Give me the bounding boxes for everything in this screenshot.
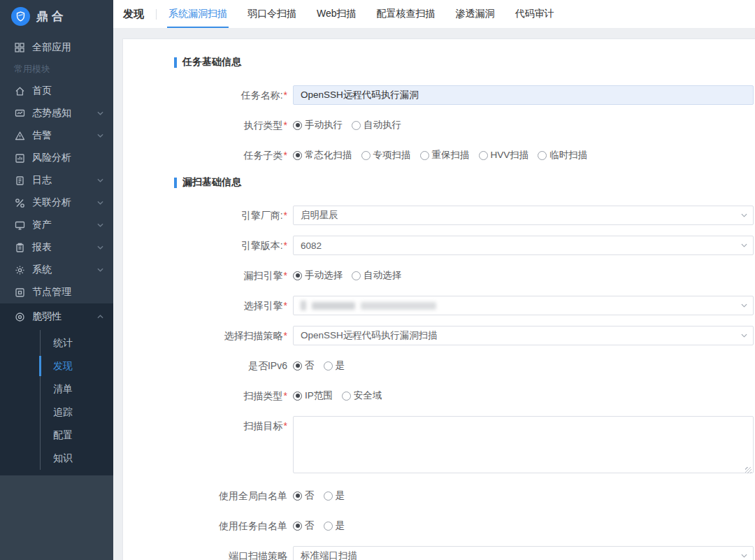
sidebar-item-situation-awareness[interactable]: 态势感知 (0, 102, 113, 124)
brand-logo[interactable]: 鼎合 (0, 0, 113, 32)
radio-task-whitelist-no[interactable]: 否 (293, 519, 315, 532)
select-engine-select[interactable] (293, 296, 754, 315)
field-label-scan-engine: 漏扫引擎* (123, 266, 287, 285)
sidebar-subitem-knowledge[interactable]: 知识 (41, 447, 113, 470)
select-value: 6082 (301, 240, 322, 251)
radio-hvv-scan[interactable]: HVV扫描 (479, 149, 529, 161)
shield-logo-icon (11, 7, 30, 26)
tab-weak-password-scan[interactable]: 弱口令扫描 (247, 0, 296, 28)
required-asterisk: * (284, 330, 287, 341)
radio-temporary-scan[interactable]: 临时扫描 (538, 149, 587, 161)
sidebar-item-label: 关联分析 (32, 196, 71, 209)
radio-task-whitelist-yes[interactable]: 是 (324, 519, 345, 532)
radio-label: 临时扫描 (549, 149, 587, 161)
radio-unchecked-icon (538, 151, 547, 160)
subitem-label: 配置 (53, 429, 73, 442)
radio-auto-exec[interactable]: 自动执行 (352, 119, 401, 131)
radio-label: 否 (305, 519, 315, 532)
radio-key-protection-scan[interactable]: 重保扫描 (420, 149, 470, 161)
sidebar-item-label: 脆弱性 (32, 310, 62, 323)
scan-type-radio-group: IP范围 安全域 (293, 386, 754, 405)
form-row-select-engine: 选择引擎* (123, 296, 755, 315)
chevron-down-icon (741, 213, 747, 217)
sidebar-item-all-apps[interactable]: 全部应用 (0, 36, 113, 59)
sidebar-footer (0, 475, 113, 560)
global-whitelist-radio-group: 否 是 (293, 486, 754, 505)
form-row-engine-vendor: 引擎厂商:* 启明星辰 (123, 206, 755, 225)
target-icon (14, 311, 25, 322)
task-name-input[interactable] (293, 85, 754, 105)
divider (156, 9, 157, 20)
form-row-scan-engine: 漏扫引擎* 手动选择 自动选择 (123, 266, 755, 285)
field-label-exec-type: 执行类型* (123, 115, 287, 135)
form-card: 任务基础信息 任务名称:* 执行类型* 手动执行 自动执行 任务 (122, 38, 755, 560)
sidebar-submenu: 统计 发现 清单 追踪 配置 知识 (40, 330, 113, 470)
sidebar-item-logs[interactable]: 日志 (0, 169, 113, 192)
sidebar-subitem-inventory[interactable]: 清单 (41, 378, 113, 401)
radio-manual-select[interactable]: 手动选择 (293, 269, 343, 282)
radio-unchecked-icon (420, 151, 429, 160)
radio-global-whitelist-no[interactable]: 否 (293, 489, 315, 502)
radio-auto-select[interactable]: 自动选择 (352, 269, 401, 282)
sidebar-item-assets[interactable]: 资产 (0, 214, 113, 236)
sidebar-subitem-statistics[interactable]: 统计 (41, 331, 113, 354)
required-asterisk: * (284, 120, 287, 131)
sidebar-item-alerts[interactable]: 告警 (0, 124, 113, 147)
tab-config-check-scan[interactable]: 配置核查扫描 (377, 0, 436, 28)
radio-unchecked-icon (361, 151, 371, 160)
field-label-task-subclass: 任务子类* (123, 145, 287, 165)
tab-code-audit[interactable]: 代码审计 (515, 0, 554, 28)
tab-system-vuln-scan[interactable]: 系统漏洞扫描 (168, 0, 227, 28)
field-label-engine-version: 引擎版本:* (123, 236, 287, 255)
section-title-text: 漏扫基础信息 (182, 176, 241, 189)
port-policy-select[interactable]: 标准端口扫描 (293, 546, 754, 560)
radio-unchecked-icon (352, 121, 361, 130)
radio-label: 自动执行 (364, 119, 401, 131)
scan-target-textarea[interactable] (293, 416, 754, 473)
engine-vendor-select[interactable]: 启明星辰 (293, 206, 754, 225)
sidebar-item-home[interactable]: 首页 (0, 80, 113, 102)
section-task-basic-info: 任务基础信息 (174, 56, 755, 69)
engine-version-select[interactable]: 6082 (293, 236, 754, 255)
sidebar-subitem-discovery[interactable]: 发现 (41, 354, 113, 378)
sidebar-item-label: 日志 (32, 174, 52, 187)
radio-global-whitelist-yes[interactable]: 是 (324, 489, 345, 502)
tab-penetration-vuln[interactable]: 渗透漏洞 (456, 0, 495, 28)
sidebar-item-node-management[interactable]: 节点管理 (0, 281, 113, 303)
content-area: 任务基础信息 任务名称:* 执行类型* 手动执行 自动执行 任务 (113, 28, 755, 560)
sidebar-subitem-tracking[interactable]: 追踪 (41, 401, 113, 424)
select-value: OpenSSH远程代码执行漏洞扫描 (301, 329, 438, 342)
radio-special-scan[interactable]: 专项扫描 (361, 149, 411, 161)
field-label-scan-policy: 选择扫描策略* (123, 326, 287, 345)
section-vuln-scan-basic-info: 漏扫基础信息 (174, 176, 755, 189)
sidebar-item-correlation-analysis[interactable]: 关联分析 (0, 192, 113, 214)
subitem-label: 知识 (53, 452, 73, 465)
radio-manual-exec[interactable]: 手动执行 (293, 119, 343, 131)
sidebar-item-reports[interactable]: 报表 (0, 236, 113, 259)
scan-policy-select[interactable]: OpenSSH远程代码执行漏洞扫描 (293, 326, 754, 345)
section-accent-bar (174, 57, 177, 68)
gear-icon (14, 264, 25, 275)
form-row-exec-type: 执行类型* 手动执行 自动执行 (123, 115, 755, 135)
form-row-task-subclass: 任务子类* 常态化扫描 专项扫描 重保扫描 HVV扫描 临时扫描 (123, 145, 755, 165)
scan-engine-radio-group: 手动选择 自动选择 (293, 266, 754, 285)
radio-ipv6-no[interactable]: 否 (293, 359, 315, 372)
radio-label: 手动选择 (305, 269, 343, 282)
radio-ipv6-yes[interactable]: 是 (324, 359, 345, 372)
required-asterisk: * (284, 89, 287, 101)
chevron-down-icon (97, 245, 103, 250)
field-label-ipv6: 是否IPv6 (123, 356, 287, 375)
sidebar-item-risk-analysis[interactable]: 风险分析 (0, 147, 113, 169)
radio-label: 否 (305, 489, 315, 502)
field-label-select-engine: 选择引擎* (123, 296, 287, 315)
app-window: 鼎合 全部应用 常用模块 首页 (0, 0, 755, 560)
sidebar-item-label: 资产 (32, 219, 52, 231)
radio-normal-scan[interactable]: 常态化扫描 (293, 149, 352, 161)
radio-security-zone[interactable]: 安全域 (342, 389, 382, 402)
sidebar-subitem-configuration[interactable]: 配置 (41, 424, 113, 447)
required-asterisk: * (284, 420, 287, 431)
radio-ip-range[interactable]: IP范围 (293, 389, 333, 402)
sidebar-item-system[interactable]: 系统 (0, 259, 113, 281)
sidebar-item-vulnerability[interactable]: 脆弱性 (0, 303, 113, 330)
tab-web-scan[interactable]: Web扫描 (317, 0, 357, 28)
